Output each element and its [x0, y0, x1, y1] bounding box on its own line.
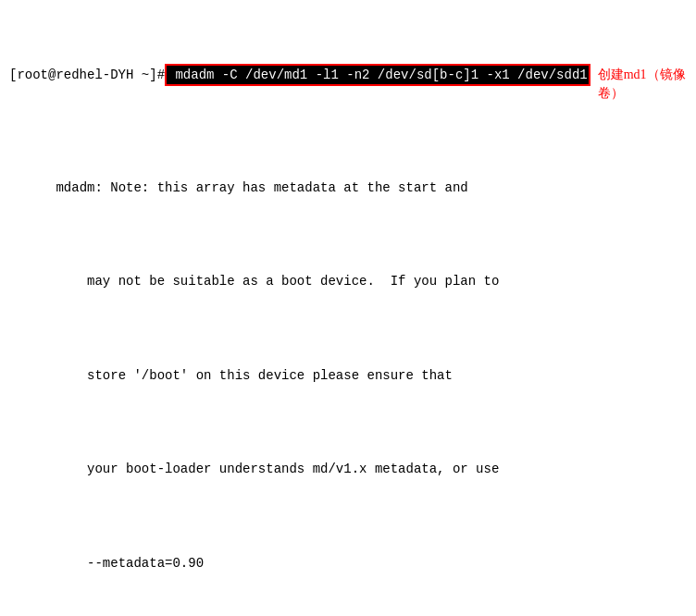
output-line-5: --metadata=0.90	[9, 535, 687, 591]
output-line-2: may not be suitable as a boot device. If…	[9, 253, 687, 310]
command-1: mdadm -C /dev/md1 -l1 -n2 /dev/sd[b-c]1 …	[165, 64, 590, 86]
terminal-window: [root@redhel-DYH ~]# mdadm -C /dev/md1 -…	[9, 7, 687, 616]
output-line-4: your boot-loader understands md/v1.x met…	[9, 441, 687, 498]
prompt-1: [root@redhel-DYH ~]#	[9, 66, 165, 84]
annotation-1: 创建md1（镜像卷）	[598, 66, 687, 104]
command-line-1: [root@redhel-DYH ~]# mdadm -C /dev/md1 -…	[9, 64, 687, 104]
output-line-1: mdadm: Note: this array has metadata at …	[9, 159, 687, 216]
output-line-3: store '/boot' on this device please ensu…	[9, 347, 687, 403]
